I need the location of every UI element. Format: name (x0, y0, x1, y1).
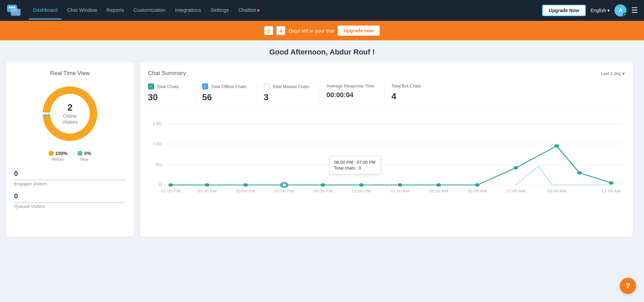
svg-point-20 (282, 183, 287, 187)
svg-text:07:00 AM: 07:00 AM (506, 189, 525, 193)
svg-point-17 (168, 183, 173, 187)
svg-point-5 (13, 6, 15, 8)
total-offline-checkbox[interactable]: ✓ (202, 83, 208, 89)
language-selector[interactable]: English ▾ (591, 8, 610, 13)
trial-upgrade-button[interactable]: Upgrade now (338, 26, 380, 36)
queued-visitors-stat: 0 Queued Visitors (14, 192, 126, 209)
donut-legend: 100% Return 0% New (14, 151, 126, 162)
total-chats-checkbox[interactable]: ✓ (148, 83, 154, 89)
svg-text:09:00 PM: 09:00 PM (313, 189, 333, 193)
main-content: Real Time View 2 Online Visitors (0, 62, 639, 243)
svg-point-19 (243, 183, 248, 187)
svg-point-24 (437, 183, 441, 187)
svg-text:09:00 AM: 09:00 AM (547, 189, 566, 193)
left-panel-title: Real Time View (14, 70, 126, 77)
right-panel: Chat Summary Last 1 day ▾ ✓ Total Chats … (140, 62, 633, 237)
svg-point-4 (11, 6, 13, 8)
svg-text:100: 100 (152, 142, 161, 146)
svg-point-28 (577, 171, 582, 175)
legend-return: 100% Return (49, 151, 68, 162)
avatar[interactable]: A (614, 4, 627, 16)
nav-right: Upgrade Now English ▾ A ☰ (542, 4, 638, 16)
navbar: Dashboard Chat Window Reports Customizat… (0, 0, 644, 21)
svg-text:07:00 PM: 07:00 PM (274, 189, 294, 193)
greeting: Good Afternoon, Abdur Rouf ! (0, 40, 644, 62)
stats-row: ✓ Total Chats 30 ✓ Total Offline Chats 5… (148, 83, 625, 110)
chat-summary-title: Chat Summary (148, 70, 186, 77)
nav-chat-window[interactable]: Chat Window (63, 2, 101, 20)
upgrade-now-button[interactable]: Upgrade Now (542, 5, 586, 16)
svg-point-27 (555, 144, 559, 148)
svg-text:03:00 PM: 03:00 PM (197, 189, 217, 193)
nav-links: Dashboard Chat Window Reports Customizat… (29, 2, 539, 20)
legend-new: 0% New (78, 151, 91, 162)
svg-rect-2 (11, 9, 21, 15)
nav-chatbot[interactable]: Chatbot (234, 2, 264, 20)
nav-dashboard[interactable]: Dashboard (29, 2, 62, 20)
chatbot-dot (257, 9, 260, 12)
legend-new-color (78, 151, 82, 156)
right-panel-header: Chat Summary Last 1 day ▾ (148, 70, 625, 77)
total-missed-chats-col: Total Missed Chats 3 (264, 83, 319, 103)
trial-num-2: 4 (276, 26, 285, 35)
legend-return-color (49, 151, 53, 156)
help-button[interactable]: ? (620, 278, 636, 294)
svg-text:01:00 AM: 01:00 AM (390, 189, 410, 193)
total-bot-chats-col: Total Bot Chats 4 (391, 83, 439, 102)
svg-text:11:00 PM: 11:00 PM (352, 189, 371, 193)
svg-text:03:00 AM: 03:00 AM (429, 189, 448, 193)
date-filter[interactable]: Last 1 day ▾ (601, 71, 625, 76)
total-offline-chats-col: ✓ Total Offline Chats 56 (202, 83, 257, 103)
svg-text:05:00 AM: 05:00 AM (468, 189, 487, 193)
svg-point-26 (514, 166, 518, 169)
hamburger-icon[interactable]: ☰ (631, 6, 638, 15)
nav-integrations[interactable]: Integrations (171, 2, 205, 20)
avatar-status-dot (623, 13, 626, 16)
svg-point-22 (359, 183, 364, 187)
trial-num-1: 1 (264, 26, 273, 35)
svg-text:05:00 PM: 05:00 PM (236, 189, 255, 193)
svg-text:50: 50 (155, 162, 161, 167)
svg-point-7 (46, 90, 93, 137)
trial-banner: 1 4 Days left in your trial Upgrade now (0, 21, 644, 40)
svg-point-21 (320, 183, 325, 187)
chevron-down-icon: ▾ (622, 71, 625, 76)
engaged-visitors-stat: 0 Engaged Visitors (14, 170, 126, 186)
total-missed-checkbox[interactable] (264, 83, 270, 89)
nav-reports[interactable]: Reports (103, 2, 128, 20)
svg-point-3 (9, 6, 11, 8)
chevron-down-icon: ▾ (607, 8, 610, 13)
svg-point-18 (205, 183, 210, 187)
nav-settings[interactable]: Settings (207, 2, 233, 20)
svg-text:150: 150 (152, 121, 161, 126)
donut-chart: 2 Online Visitors (14, 83, 126, 144)
svg-point-29 (609, 181, 614, 185)
logo[interactable] (6, 3, 23, 17)
chart-area: 150 100 50 0 (148, 119, 625, 196)
nav-customization[interactable]: Customization (129, 2, 169, 20)
trial-text: Days left in your trial (289, 28, 334, 34)
svg-text:01:00 PM: 01:00 PM (161, 189, 181, 193)
svg-point-23 (398, 183, 403, 187)
total-chats-col: ✓ Total Chats 30 (148, 83, 195, 103)
left-panel: Real Time View 2 Online Visitors (6, 62, 134, 237)
avg-response-time-col: Average Response Time 00:00:04 (327, 83, 384, 99)
svg-text:0: 0 (158, 183, 161, 187)
svg-text:11:00 AM: 11:00 AM (602, 189, 621, 193)
svg-point-25 (475, 183, 480, 187)
